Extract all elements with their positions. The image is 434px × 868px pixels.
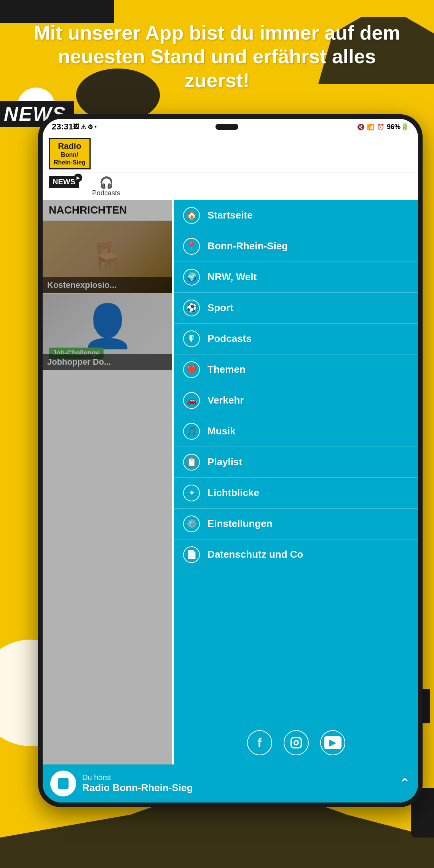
home-icon: 🏠 <box>183 207 200 224</box>
logo-radio: Radio <box>54 141 86 151</box>
bg-strip-top <box>0 0 114 23</box>
headline-text: Mit unserer App bist du immer auf dem ne… <box>23 21 411 92</box>
app-body: NACHRICHTEN 🪑 Kostenexplosio... 👤 Job-Ch… <box>43 200 418 764</box>
drawer-item-musik[interactable]: 🎵 Musik <box>174 416 418 447</box>
heart-icon: ❤️ <box>183 361 200 378</box>
svg-point-2 <box>298 739 300 740</box>
podcast-tab-label: Podcasts <box>92 189 120 197</box>
drawer-overlay[interactable] <box>43 200 172 764</box>
drawer-label-einstellungen: Einstellungen <box>207 518 272 530</box>
drawer-label-verkehr: Verkehr <box>207 394 244 406</box>
mute-icon: 🔇 <box>357 123 365 131</box>
drawer-label-musik: Musik <box>207 425 236 437</box>
drawer-label-playlist: Playlist <box>207 456 242 468</box>
drawer-item-sport[interactable]: ⚽ Sport <box>174 293 418 324</box>
logo-station: Bonn/ Rhein-Sieg <box>54 151 86 166</box>
playlist-icon: 📋 <box>183 454 200 471</box>
drawer-item-einstellungen[interactable]: ⚙️ Einstellungen <box>174 509 418 539</box>
app-logo: Radio Bonn/ Rhein-Sieg <box>49 138 91 169</box>
settings-icon: ⚙️ <box>183 515 200 532</box>
svg-point-1 <box>294 741 298 745</box>
bottom-bar: Du hörst Radio Bonn-Rhein-Sieg ⌃ <box>43 764 418 803</box>
music-icon: 🎵 <box>183 423 200 440</box>
settings-small-icon: ⚙ <box>88 123 93 131</box>
svg-rect-0 <box>291 738 301 748</box>
now-playing-station: Radio Bonn-Rhein-Sieg <box>82 782 393 794</box>
drawer-item-nrw[interactable]: 🌍 NRW, Welt <box>174 262 418 293</box>
chevron-up-icon[interactable]: ⌃ <box>399 775 410 791</box>
youtube-button[interactable]: ▶ <box>320 730 345 755</box>
drawer-label-datenschutz: Datenschutz und Co <box>207 549 303 560</box>
battery-text: 96%🔋 <box>387 123 409 131</box>
wifi-icon: 📶 <box>367 123 375 131</box>
drawer-item-playlist[interactable]: 📋 Playlist <box>174 447 418 478</box>
alarm-icon: ⏰ <box>377 123 385 131</box>
car-icon: 🚗 <box>183 392 200 409</box>
status-time: 23:31 <box>52 122 73 132</box>
tab-news[interactable]: NEWS ▶ <box>49 176 79 197</box>
privacy-icon: 📄 <box>183 546 200 563</box>
sport-icon: ⚽ <box>183 300 200 316</box>
dot-indicator: • <box>94 123 97 130</box>
phone-container: 23:31 🖼 ⚠ ⚙ • 🔇 📶 ⏰ 96%🔋 Radio Bonn/ <box>38 114 423 807</box>
status-bar: 23:31 🖼 ⚠ ⚙ • 🔇 📶 ⏰ 96%🔋 <box>43 119 418 135</box>
drawer-item-themen[interactable]: ❤️ Themen <box>174 354 418 385</box>
drawer-item-verkehr[interactable]: 🚗 Verkehr <box>174 385 418 416</box>
drawer-social: f ▶ <box>174 721 418 764</box>
phone-screen: 23:31 🖼 ⚠ ⚙ • 🔇 📶 ⏰ 96%🔋 Radio Bonn/ <box>43 119 418 803</box>
now-playing-label: Du hörst <box>82 773 393 782</box>
alert-icon: ⚠ <box>81 123 86 131</box>
drawer-item-lichtblicke[interactable]: ✦ Lichtblicke <box>174 478 418 509</box>
nav-drawer: 🏠 Startseite 📍 Bonn-Rhein-Sieg 🌍 NRW, We… <box>174 200 418 764</box>
facebook-button[interactable]: f <box>247 730 272 755</box>
drawer-item-bonn[interactable]: 📍 Bonn-Rhein-Sieg <box>174 231 418 262</box>
location-icon: 📍 <box>183 238 200 255</box>
nav-tabs: NEWS ▶ 🎧 Podcasts <box>43 173 418 200</box>
drawer-label-nrw: NRW, Welt <box>207 271 257 283</box>
drawer-item-datenschutz[interactable]: 📄 Datenschutz und Co <box>174 539 418 570</box>
stop-icon <box>58 778 69 789</box>
drawer-label-lichtblicke: Lichtblicke <box>207 487 259 499</box>
screenshot-icon: 🖼 <box>73 123 79 130</box>
globe-icon: 🌍 <box>183 269 200 286</box>
content-area: NACHRICHTEN 🪑 Kostenexplosio... 👤 Job-Ch… <box>43 200 172 764</box>
drawer-label-podcasts: Podcasts <box>207 333 252 345</box>
drawer-item-startseite[interactable]: 🏠 Startseite <box>174 200 418 231</box>
app-header: Radio Bonn/ Rhein-Sieg <box>43 135 418 173</box>
drawer-label-themen: Themen <box>207 364 246 375</box>
stop-button[interactable] <box>50 771 76 796</box>
instagram-button[interactable] <box>284 730 309 755</box>
now-playing: Du hörst Radio Bonn-Rhein-Sieg <box>82 773 393 794</box>
drawer-label-sport: Sport <box>207 302 233 314</box>
drawer-label-bonn: Bonn-Rhein-Sieg <box>207 240 288 252</box>
drawer-item-podcasts[interactable]: 🎙 Podcasts <box>174 324 418 354</box>
podcast-icon: 🎙 <box>183 330 200 347</box>
status-right-icons: 🔇 📶 ⏰ 96%🔋 <box>357 123 409 131</box>
play-badge: ▶ <box>74 174 82 182</box>
lichtblicke-icon: ✦ <box>183 485 200 501</box>
notch <box>215 124 238 130</box>
drawer-label-startseite: Startseite <box>207 209 253 221</box>
headphone-icon: 🎧 <box>99 176 113 189</box>
tab-podcasts[interactable]: 🎧 Podcasts <box>92 176 120 197</box>
